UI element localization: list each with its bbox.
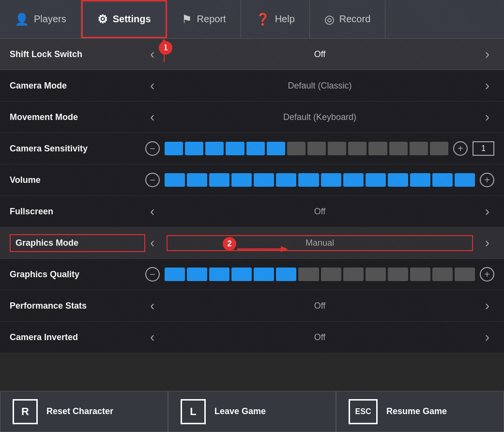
report-icon: ⚑ [182,13,192,26]
slider-segment [410,268,430,281]
slider-segment [366,173,386,187]
shift-lock-prev[interactable]: ‹ [145,46,159,62]
camera-inverted-next[interactable]: › [480,329,494,345]
camera-mode-next[interactable]: › [480,78,494,93]
value-graphics-mode: Manual [167,235,473,251]
shift-lock-next[interactable]: › [480,46,494,62]
control-fullscreen: ‹ Off › [145,204,494,219]
label-shift-lock: Shift Lock Switch [10,49,145,60]
nav-label-report: Report [197,14,226,25]
slider-segment [432,268,453,281]
slider-segment [348,142,367,155]
reset-character-button[interactable]: R Reset Character [0,391,168,432]
slider-segment [209,173,229,187]
setting-row-shift-lock: Shift Lock Switch ‹ Off › [0,39,504,70]
fullscreen-prev[interactable]: ‹ [145,204,159,219]
graphics-mode-prev[interactable]: ‹ [145,235,159,251]
value-movement-mode: Default (Keyboard) [167,112,473,122]
fullscreen-next[interactable]: › [480,204,494,219]
slider-segment [388,173,408,187]
setting-row-movement-mode: Movement Mode ‹ Default (Keyboard) › [0,102,504,133]
setting-row-fullscreen: Fullscreen ‹ Off › [0,196,504,227]
slider-segment [205,142,224,155]
slider-segment [368,142,387,155]
performance-stats-next[interactable]: › [480,298,494,313]
slider-segment [455,268,475,281]
resume-label: Resume Game [386,406,447,417]
label-movement-mode: Movement Mode [10,112,145,122]
movement-mode-next[interactable]: › [480,109,494,125]
nav-item-report[interactable]: ⚑ Report [167,0,241,38]
value-camera-mode: Default (Classic) [167,81,473,91]
resume-key-badge: ESC [349,399,378,424]
slider-segment [254,268,274,281]
camera-sensitivity-value: 1 [473,141,494,156]
value-camera-inverted: Off [167,332,473,343]
leave-game-button[interactable]: L Leave Game [168,391,336,432]
label-graphics-quality: Graphics Quality [10,269,145,280]
control-camera-sensitivity: − + 1 [145,141,494,156]
value-fullscreen: Off [167,207,473,217]
label-camera-mode: Camera Mode [10,81,145,91]
slider-segment [343,173,364,187]
slider-segment [187,173,207,187]
setting-row-camera-sensitivity: Camera Sensitivity − + 1 [0,133,504,164]
slider-segment [455,173,475,187]
help-icon: ❓ [256,13,270,26]
slider-segment [276,173,296,187]
slider-segment [366,268,386,281]
resume-game-button[interactable]: ESC Resume Game [336,391,504,432]
volume-track [165,173,475,187]
value-shift-lock: Off [167,49,473,60]
slider-segment [321,268,341,281]
camera-mode-prev[interactable]: ‹ [145,78,159,93]
nav-item-record[interactable]: ◎ Record [310,0,385,38]
setting-row-graphics-quality: Graphics Quality − + [0,259,504,290]
label-performance-stats: Performance Stats [10,301,145,311]
graphics-quality-track [165,268,475,281]
setting-row-camera-inverted: Camera Inverted ‹ Off › [0,322,504,353]
setting-row-volume: Volume − + [0,164,504,196]
label-camera-sensitivity: Camera Sensitivity [10,144,145,154]
control-graphics-mode: ‹ Manual › [145,235,494,251]
slider-segment [246,142,265,155]
value-performance-stats: Off [167,301,473,311]
reset-label: Reset Character [46,406,113,417]
slider-segment [321,173,341,187]
camera-sensitivity-plus[interactable]: + [453,141,468,156]
label-fullscreen: Fullscreen [10,207,145,217]
graphics-quality-plus[interactable]: + [480,267,494,282]
label-camera-inverted: Camera Inverted [10,332,145,343]
nav-bar: 👤 Players ⚙ Settings ⚑ Report ❓ Help ◎ R… [0,0,504,39]
control-camera-mode: ‹ Default (Classic) › [145,78,494,93]
settings-area: Shift Lock Switch ‹ Off › Camera Mode ‹ … [0,39,504,353]
nav-item-help[interactable]: ❓ Help [241,0,310,38]
slider-segment [389,142,408,155]
slider-segment [410,173,430,187]
nav-item-settings[interactable]: ⚙ Settings [81,0,167,38]
graphics-mode-next[interactable]: › [480,235,494,251]
volume-minus[interactable]: − [145,173,160,187]
graphics-quality-minus[interactable]: − [145,267,160,282]
performance-stats-prev[interactable]: ‹ [145,298,159,313]
nav-item-players[interactable]: 👤 Players [0,0,81,38]
volume-plus[interactable]: + [480,173,494,187]
slider-segment [307,142,326,155]
slider-segment [410,142,428,155]
slider-segment [298,268,319,281]
slider-segment [430,142,448,155]
nav-label-record: Record [339,14,370,25]
slider-segment [187,268,207,281]
camera-sensitivity-minus[interactable]: − [145,141,160,156]
slider-segment [267,142,285,155]
slider-segment [432,173,453,187]
slider-segment [231,268,252,281]
label-volume: Volume [10,175,145,185]
camera-inverted-prev[interactable]: ‹ [145,329,159,345]
control-volume: − + [145,173,494,187]
slider-segment [276,268,296,281]
setting-row-performance-stats: Performance Stats ‹ Off › [0,290,504,322]
movement-mode-prev[interactable]: ‹ [145,109,159,125]
leave-key-badge: L [181,399,206,424]
control-shift-lock: ‹ Off › [145,46,494,62]
